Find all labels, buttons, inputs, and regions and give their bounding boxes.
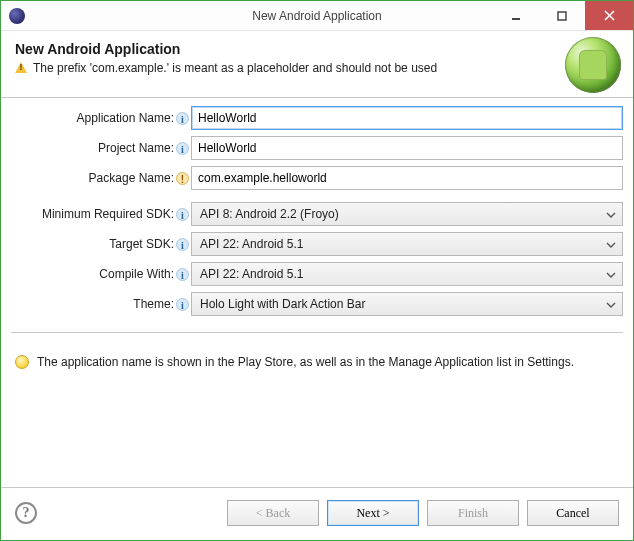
chevron-down-icon xyxy=(606,297,616,311)
back-button[interactable]: < Back xyxy=(227,500,319,526)
application-name-input[interactable] xyxy=(191,106,623,130)
lightbulb-icon xyxy=(15,355,29,369)
svg-rect-1 xyxy=(558,12,566,20)
help-button[interactable]: ? xyxy=(15,502,37,524)
chevron-down-icon xyxy=(606,207,616,221)
separator xyxy=(11,332,623,333)
wizard-button-bar: ? < Back Next > Finish Cancel xyxy=(1,488,633,540)
minimize-button[interactable] xyxy=(493,1,539,30)
label-theme: Theme: i xyxy=(11,297,189,311)
target-sdk-value: API 22: Android 5.1 xyxy=(200,237,303,251)
warning-badge-icon[interactable]: ! xyxy=(176,172,189,185)
info-tip: The application name is shown in the Pla… xyxy=(11,355,623,369)
banner-message: The prefix 'com.example.' is meant as a … xyxy=(15,61,619,75)
package-name-input[interactable] xyxy=(191,166,623,190)
warning-icon xyxy=(15,62,27,73)
android-icon xyxy=(565,37,621,93)
theme-value: Holo Light with Dark Action Bar xyxy=(200,297,365,311)
eclipse-icon xyxy=(9,8,25,24)
label-project-name: Project Name: i xyxy=(11,141,189,155)
banner-heading: New Android Application xyxy=(15,41,619,57)
wizard-content: Application Name: i Project Name: i Pack… xyxy=(1,98,633,487)
info-icon[interactable]: i xyxy=(176,268,189,281)
min-sdk-value: API 8: Android 2.2 (Froyo) xyxy=(200,207,339,221)
info-icon[interactable]: i xyxy=(176,208,189,221)
min-sdk-dropdown[interactable]: API 8: Android 2.2 (Froyo) xyxy=(191,202,623,226)
target-sdk-dropdown[interactable]: API 22: Android 5.1 xyxy=(191,232,623,256)
label-package-name: Package Name: ! xyxy=(11,171,189,185)
wizard-banner: New Android Application The prefix 'com.… xyxy=(1,31,633,97)
maximize-button[interactable] xyxy=(539,1,585,30)
close-button[interactable] xyxy=(585,1,633,30)
label-min-sdk: Minimum Required SDK: i xyxy=(11,207,189,221)
info-icon[interactable]: i xyxy=(176,298,189,311)
svg-rect-0 xyxy=(512,18,520,20)
project-name-input[interactable] xyxy=(191,136,623,160)
label-app-name: Application Name: i xyxy=(11,111,189,125)
finish-button[interactable]: Finish xyxy=(427,500,519,526)
info-icon[interactable]: i xyxy=(176,112,189,125)
chevron-down-icon xyxy=(606,237,616,251)
banner-warning-text: The prefix 'com.example.' is meant as a … xyxy=(33,61,437,75)
window-controls xyxy=(493,1,633,30)
form-block-sdk: Minimum Required SDK: i API 8: Android 2… xyxy=(11,202,623,316)
next-button[interactable]: Next > xyxy=(327,500,419,526)
theme-dropdown[interactable]: Holo Light with Dark Action Bar xyxy=(191,292,623,316)
label-compile-with: Compile With: i xyxy=(11,267,189,281)
info-icon[interactable]: i xyxy=(176,142,189,155)
compile-with-dropdown[interactable]: API 22: Android 5.1 xyxy=(191,262,623,286)
titlebar: New Android Application xyxy=(1,1,633,31)
chevron-down-icon xyxy=(606,267,616,281)
info-tip-text: The application name is shown in the Pla… xyxy=(37,355,574,369)
info-icon[interactable]: i xyxy=(176,238,189,251)
cancel-button[interactable]: Cancel xyxy=(527,500,619,526)
label-target-sdk: Target SDK: i xyxy=(11,237,189,251)
compile-with-value: API 22: Android 5.1 xyxy=(200,267,303,281)
form-block-names: Application Name: i Project Name: i Pack… xyxy=(11,106,623,190)
